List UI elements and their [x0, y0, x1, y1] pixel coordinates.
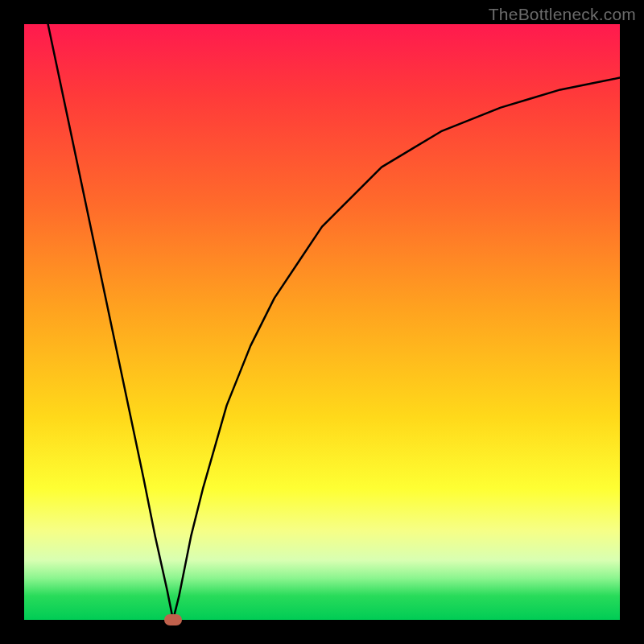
image-frame: TheBottleneck.com — [0, 0, 644, 644]
watermark-label: TheBottleneck.com — [489, 5, 636, 24]
optimum-marker — [164, 614, 182, 625]
bottleneck-curve — [24, 24, 620, 620]
gradient-plot-area — [24, 24, 620, 620]
